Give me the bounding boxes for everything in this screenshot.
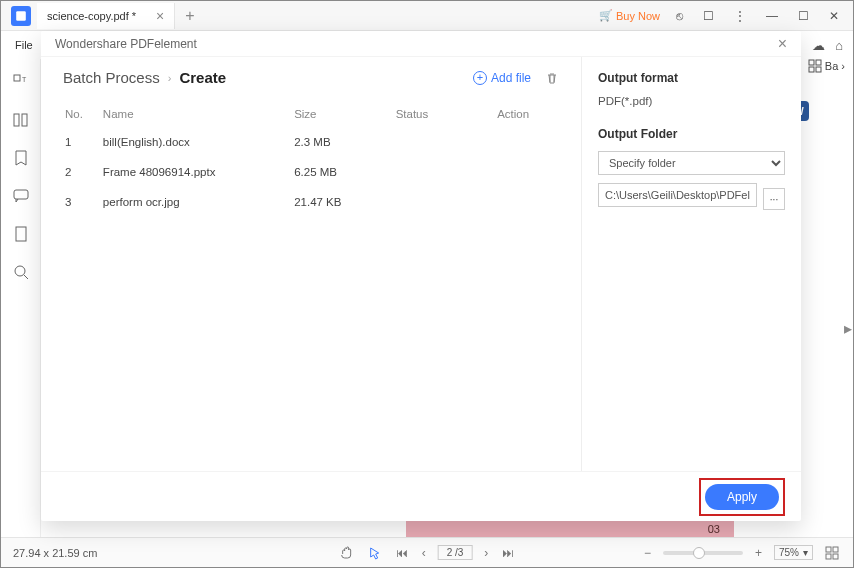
page-content-block: 03 bbox=[406, 519, 734, 539]
zoom-slider[interactable] bbox=[663, 551, 743, 555]
chevron-right-icon: › bbox=[841, 60, 845, 72]
modal-left-panel: Batch Process › Create + Add file No. bbox=[41, 57, 581, 471]
zoom-select[interactable]: 75% ▾ bbox=[774, 545, 813, 560]
svg-rect-16 bbox=[833, 554, 838, 559]
close-window-button[interactable]: ✕ bbox=[825, 7, 843, 25]
table-row[interactable]: 2 Frame 48096914.pptx 6.25 MB bbox=[65, 158, 557, 186]
table-row[interactable]: 3 perform ocr.jpg 21.47 KB bbox=[65, 188, 557, 216]
col-header-size: Size bbox=[294, 102, 394, 126]
modal-footer: Apply bbox=[41, 471, 801, 521]
search-icon[interactable] bbox=[12, 263, 30, 281]
cell-size: 6.25 MB bbox=[294, 158, 394, 186]
app-logo-icon bbox=[11, 6, 31, 26]
page-block-number: 03 bbox=[708, 523, 720, 535]
apply-button[interactable]: Apply bbox=[705, 484, 779, 510]
col-header-action: Action bbox=[497, 102, 557, 126]
svg-rect-9 bbox=[809, 60, 814, 65]
svg-rect-11 bbox=[809, 67, 814, 72]
svg-rect-14 bbox=[833, 547, 838, 552]
svg-rect-1 bbox=[14, 75, 20, 81]
breadcrumb-current: Create bbox=[179, 69, 226, 86]
svg-line-8 bbox=[24, 275, 28, 279]
ribbon-icon[interactable] bbox=[12, 149, 30, 167]
modal-close-button[interactable]: × bbox=[778, 35, 787, 53]
zoom-in-button[interactable]: + bbox=[753, 546, 764, 560]
svg-rect-6 bbox=[16, 227, 26, 241]
add-file-button[interactable]: + Add file bbox=[473, 71, 531, 85]
svg-point-7 bbox=[15, 266, 25, 276]
thumbnail-icon[interactable]: T bbox=[12, 73, 30, 91]
svg-text:T: T bbox=[22, 76, 27, 83]
bookmark-panel-icon[interactable] bbox=[12, 111, 30, 129]
file-menu[interactable]: File bbox=[15, 39, 33, 51]
buy-now-link[interactable]: 🛒 Buy Now bbox=[599, 9, 660, 22]
cell-no: 1 bbox=[65, 128, 101, 156]
maximize-button[interactable]: ☐ bbox=[794, 7, 813, 25]
col-header-no: No. bbox=[65, 102, 101, 126]
cell-no: 2 bbox=[65, 158, 101, 186]
buy-now-label: Buy Now bbox=[616, 10, 660, 22]
table-row[interactable]: 1 bill(English).docx 2.3 MB bbox=[65, 128, 557, 156]
cell-no: 3 bbox=[65, 188, 101, 216]
collapse-right-panel-icon[interactable]: ▸ bbox=[843, 316, 853, 340]
add-file-label: Add file bbox=[491, 71, 531, 85]
zoom-value: 75% bbox=[779, 547, 799, 558]
attachment-icon[interactable] bbox=[12, 225, 30, 243]
chevron-down-icon: ▾ bbox=[803, 547, 808, 558]
svg-rect-12 bbox=[816, 67, 821, 72]
document-tab[interactable]: science-copy.pdf * × bbox=[37, 3, 175, 29]
cell-status bbox=[396, 158, 496, 186]
home-icon[interactable]: ⌂ bbox=[835, 38, 843, 53]
col-header-name: Name bbox=[103, 102, 292, 126]
zoom-thumb[interactable] bbox=[693, 547, 705, 559]
chevron-right-icon: › bbox=[168, 72, 172, 84]
window-titlebar: science-copy.pdf * × + 🛒 Buy Now ⎋ ☐ ⋮ —… bbox=[1, 1, 853, 31]
svg-rect-0 bbox=[16, 11, 26, 21]
browse-folder-button[interactable]: ··· bbox=[763, 188, 785, 210]
new-tab-button[interactable]: + bbox=[175, 7, 204, 25]
svg-rect-15 bbox=[826, 554, 831, 559]
cloud-icon[interactable]: ☁ bbox=[812, 38, 825, 53]
cell-size: 21.47 KB bbox=[294, 188, 394, 216]
cell-status bbox=[396, 188, 496, 216]
output-folder-label: Output Folder bbox=[598, 127, 785, 141]
delete-all-button[interactable] bbox=[545, 71, 559, 85]
comment-icon[interactable] bbox=[12, 187, 30, 205]
cell-action bbox=[497, 158, 557, 186]
left-toolbar: T bbox=[1, 59, 41, 537]
cell-status bbox=[396, 128, 496, 156]
specify-folder-select[interactable]: Specify folder bbox=[598, 151, 785, 175]
col-header-status: Status bbox=[396, 102, 496, 126]
svg-rect-13 bbox=[826, 547, 831, 552]
minimize-button[interactable]: — bbox=[762, 7, 782, 25]
batch-sidebar-button[interactable]: Ba › bbox=[808, 59, 845, 73]
svg-rect-10 bbox=[816, 60, 821, 65]
zoom-out-button[interactable]: − bbox=[642, 546, 653, 560]
modal-title: Wondershare PDFelement bbox=[55, 37, 197, 51]
batch-process-modal: Wondershare PDFelement × Batch Process ›… bbox=[41, 31, 801, 521]
last-page-button[interactable]: ⏭ bbox=[500, 546, 516, 560]
fit-page-icon[interactable] bbox=[823, 546, 841, 560]
breadcrumb-root[interactable]: Batch Process bbox=[63, 69, 160, 86]
prev-page-button[interactable]: ‹ bbox=[420, 546, 428, 560]
select-tool-icon[interactable] bbox=[366, 546, 384, 560]
output-folder-path-input[interactable] bbox=[598, 183, 757, 207]
page-indicator[interactable]: 2 /3 bbox=[438, 545, 473, 560]
modal-right-panel: Output format PDF(*.pdf) Output Folder S… bbox=[581, 57, 801, 471]
hand-tool-icon[interactable] bbox=[338, 546, 356, 560]
notification-icon[interactable]: ☐ bbox=[699, 7, 718, 25]
cell-name: perform ocr.jpg bbox=[103, 188, 292, 216]
share-icon[interactable]: ⎋ bbox=[672, 7, 687, 25]
cell-name: Frame 48096914.pptx bbox=[103, 158, 292, 186]
cell-name: bill(English).docx bbox=[103, 128, 292, 156]
cell-size: 2.3 MB bbox=[294, 128, 394, 156]
apply-highlight: Apply bbox=[699, 478, 785, 516]
more-icon[interactable]: ⋮ bbox=[730, 7, 750, 25]
file-table: No. Name Size Status Action 1 bill(Engli… bbox=[63, 100, 559, 218]
tab-close-icon[interactable]: × bbox=[156, 8, 164, 24]
page-dimensions: 27.94 x 21.59 cm bbox=[13, 547, 97, 559]
svg-rect-4 bbox=[22, 114, 27, 126]
next-page-button[interactable]: › bbox=[482, 546, 490, 560]
first-page-button[interactable]: ⏮ bbox=[394, 546, 410, 560]
breadcrumb: Batch Process › Create + Add file bbox=[63, 69, 559, 86]
